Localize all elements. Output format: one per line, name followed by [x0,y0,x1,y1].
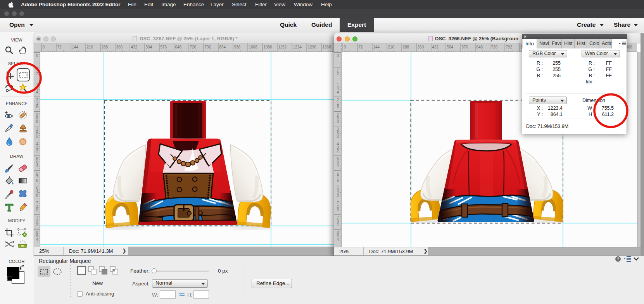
svg-text:720: 720 [491,45,498,49]
svg-text:0: 0 [337,134,339,138]
svg-text:2: 2 [36,149,38,153]
svg-text:144: 144 [373,45,380,49]
svg-text:1368: 1368 [323,45,331,49]
svg-text:216: 216 [87,45,93,49]
svg-text:8: 8 [337,119,339,124]
svg-text:8: 8 [36,193,38,197]
svg-text:648: 648 [477,45,483,49]
svg-text:6: 6 [337,105,339,109]
svg-text:576: 576 [161,45,167,49]
svg-text:0: 0 [344,45,346,49]
svg-text:936: 936 [234,45,241,49]
svg-text:4: 4 [36,164,38,168]
svg-text:8: 8 [337,193,339,197]
svg-text:0: 0 [43,45,45,49]
svg-text:792: 792 [205,45,211,49]
svg-text:4: 4 [36,237,38,242]
svg-text:2: 2 [337,72,339,76]
svg-text:2: 2 [337,223,339,227]
svg-text:0: 0 [36,208,38,212]
svg-text:792: 792 [506,45,513,49]
svg-text:648: 648 [175,45,182,49]
svg-text:72: 72 [359,45,363,49]
svg-text:504: 504 [447,45,454,49]
svg-text:0: 0 [36,54,38,58]
svg-text:360: 360 [418,45,424,49]
svg-text:0: 0 [337,54,339,58]
svg-text:8: 8 [36,119,38,124]
svg-text:4: 4 [337,164,339,168]
svg-text:216: 216 [388,45,395,49]
svg-text:432: 432 [432,45,439,49]
svg-text:4: 4 [337,237,339,242]
svg-text:1080: 1080 [264,45,273,49]
svg-text:720: 720 [190,45,197,49]
svg-text:6: 6 [36,178,38,183]
svg-text:6: 6 [337,178,339,183]
svg-text:432: 432 [131,45,138,49]
svg-text:288: 288 [102,45,108,49]
svg-text:0: 0 [337,208,339,212]
svg-text:72: 72 [57,45,62,49]
svg-text:1008: 1008 [249,45,258,49]
svg-text:144: 144 [72,45,79,49]
svg-text:360: 360 [116,45,123,49]
svg-text:864: 864 [219,45,226,49]
svg-text:0: 0 [36,134,38,138]
svg-text:288: 288 [403,45,409,49]
svg-text:4: 4 [337,90,339,94]
svg-text:1296: 1296 [308,45,317,49]
svg-text:576: 576 [462,45,468,49]
svg-text:1152: 1152 [278,45,287,49]
svg-text:2: 2 [337,149,339,153]
svg-text:2: 2 [36,223,38,227]
svg-text:504: 504 [146,45,152,49]
svg-text:6: 6 [36,105,38,109]
svg-text:1224: 1224 [293,45,302,49]
